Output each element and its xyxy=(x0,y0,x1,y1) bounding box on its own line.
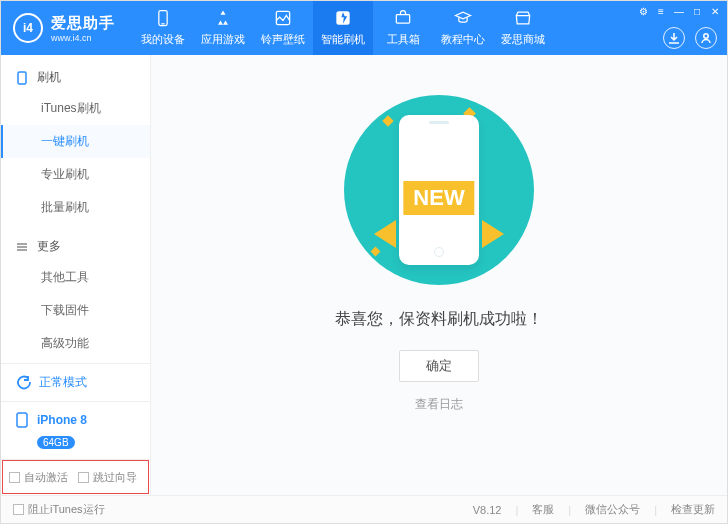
tab-toolbox[interactable]: 工具箱 xyxy=(373,1,433,55)
sidebar-mode-status[interactable]: 正常模式 xyxy=(1,363,150,401)
skip-setup-checkbox[interactable]: 跳过向导 xyxy=(78,470,137,485)
section-title: 更多 xyxy=(37,238,61,255)
check-label: 自动激活 xyxy=(24,470,68,485)
success-message: 恭喜您，保资料刷机成功啦！ xyxy=(335,309,543,330)
flash-section-icon xyxy=(15,71,29,85)
update-link[interactable]: 检查更新 xyxy=(671,502,715,517)
brand-url: www.i4.cn xyxy=(51,33,115,43)
separator: | xyxy=(568,504,571,516)
device-name: iPhone 8 xyxy=(37,413,87,427)
shop-icon xyxy=(513,9,533,29)
more-section-icon xyxy=(15,240,29,254)
sidebar-item-batch-flash[interactable]: 批量刷机 xyxy=(1,191,150,224)
apps-icon xyxy=(213,9,233,29)
close-icon[interactable]: ✕ xyxy=(709,5,721,17)
svg-rect-4 xyxy=(396,14,409,22)
tab-label: 铃声壁纸 xyxy=(261,32,305,47)
tab-flash[interactable]: 智能刷机 xyxy=(313,1,373,55)
sidebar-options-row: 自动激活 跳过向导 xyxy=(1,459,150,495)
tab-label: 工具箱 xyxy=(387,32,420,47)
svg-point-5 xyxy=(704,34,708,38)
tab-label: 智能刷机 xyxy=(321,32,365,47)
svg-rect-10 xyxy=(17,413,27,427)
support-link[interactable]: 客服 xyxy=(532,502,554,517)
check-label: 阻止iTunes运行 xyxy=(28,502,105,517)
window-controls: ⚙ ≡ — □ ✕ xyxy=(637,5,721,17)
tab-tutorials[interactable]: 教程中心 xyxy=(433,1,493,55)
settings-icon[interactable]: ⚙ xyxy=(637,5,649,17)
version-label: V8.12 xyxy=(473,504,502,516)
flash-icon xyxy=(333,9,353,29)
separator: | xyxy=(654,504,657,516)
sidebar: 刷机 iTunes刷机 一键刷机 专业刷机 批量刷机 更多 其他工具 下载固件 … xyxy=(1,55,151,495)
app-logo: i4 xyxy=(13,13,43,43)
block-itunes-checkbox[interactable]: 阻止iTunes运行 xyxy=(13,502,105,517)
sidebar-item-download-firmware[interactable]: 下载固件 xyxy=(1,294,150,327)
sidebar-section-more[interactable]: 更多 xyxy=(1,232,150,261)
refresh-icon xyxy=(15,375,31,391)
tab-label: 我的设备 xyxy=(141,32,185,47)
phone-icon xyxy=(153,9,173,29)
tab-label: 应用游戏 xyxy=(201,32,245,47)
sidebar-section-flash[interactable]: 刷机 xyxy=(1,63,150,92)
tab-label: 爱思商城 xyxy=(501,32,545,47)
sidebar-item-other-tools[interactable]: 其他工具 xyxy=(1,261,150,294)
new-ribbon: NEW xyxy=(403,181,474,215)
brand-title: 爱思助手 xyxy=(51,14,115,33)
confirm-button[interactable]: 确定 xyxy=(399,350,479,382)
menu-icon[interactable]: ≡ xyxy=(655,5,667,17)
auto-activate-checkbox[interactable]: 自动激活 xyxy=(9,470,68,485)
tab-apps[interactable]: 应用游戏 xyxy=(193,1,253,55)
mode-label: 正常模式 xyxy=(39,374,87,391)
user-icon[interactable] xyxy=(695,27,717,49)
tab-label: 教程中心 xyxy=(441,32,485,47)
tab-shop[interactable]: 爱思商城 xyxy=(493,1,553,55)
sidebar-item-advanced[interactable]: 高级功能 xyxy=(1,327,150,360)
toolbox-icon xyxy=(393,9,413,29)
separator: | xyxy=(515,504,518,516)
maximize-icon[interactable]: □ xyxy=(691,5,703,17)
storage-badge: 64GB xyxy=(37,436,75,449)
logo-area: i4 爱思助手 www.i4.cn xyxy=(13,13,115,43)
check-label: 跳过向导 xyxy=(93,470,137,485)
wechat-link[interactable]: 微信公众号 xyxy=(585,502,640,517)
main-content: NEW 恭喜您，保资料刷机成功啦！ 确定 查看日志 xyxy=(151,55,727,495)
view-log-link[interactable]: 查看日志 xyxy=(415,396,463,413)
sidebar-item-oneclick-flash[interactable]: 一键刷机 xyxy=(1,125,150,158)
svg-rect-6 xyxy=(18,72,26,84)
sidebar-item-pro-flash[interactable]: 专业刷机 xyxy=(1,158,150,191)
section-title: 刷机 xyxy=(37,69,61,86)
wallpaper-icon xyxy=(273,9,293,29)
status-bar: 阻止iTunes运行 V8.12 | 客服 | 微信公众号 | 检查更新 xyxy=(1,495,727,523)
success-illustration: NEW xyxy=(344,95,534,285)
top-tabs: 我的设备 应用游戏 铃声壁纸 智能刷机 工具箱 教程中心 xyxy=(133,1,553,55)
sidebar-device[interactable]: iPhone 8 64GB xyxy=(1,401,150,459)
minimize-icon[interactable]: — xyxy=(673,5,685,17)
tab-mydevice[interactable]: 我的设备 xyxy=(133,1,193,55)
tab-ringtones[interactable]: 铃声壁纸 xyxy=(253,1,313,55)
download-icon[interactable] xyxy=(663,27,685,49)
app-header: i4 爱思助手 www.i4.cn 我的设备 应用游戏 铃声壁纸 智能刷机 xyxy=(1,1,727,55)
sidebar-item-itunes-flash[interactable]: iTunes刷机 xyxy=(1,92,150,125)
tutorial-icon xyxy=(453,9,473,29)
device-icon xyxy=(15,412,29,428)
